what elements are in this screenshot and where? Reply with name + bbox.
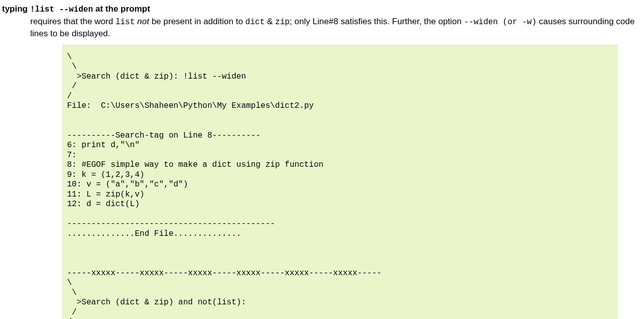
- desc-amp: &: [265, 17, 275, 26]
- heading-prefix: typing: [2, 4, 30, 14]
- desc-not: not: [135, 17, 149, 26]
- heading-command: !list --widen: [30, 5, 93, 14]
- desc-text-1: requires that the word: [30, 17, 115, 26]
- description-paragraph: requires that the word list not be prese…: [30, 16, 640, 40]
- heading-suffix: at the prompt: [93, 4, 150, 14]
- desc-code-list: list: [115, 18, 135, 27]
- section-heading: typing !list --widen at the prompt: [2, 4, 642, 14]
- desc-code-zip: zip: [275, 18, 290, 27]
- desc-text-3: ; only Line#8 satisfies this. Further, t…: [290, 17, 464, 26]
- desc-text-2: be present in addition to: [149, 17, 245, 26]
- desc-code-dict: dict: [245, 18, 265, 27]
- terminal-output: \ \ >Search (dict & zip): !list --widen …: [62, 45, 618, 319]
- desc-code-widen: --widen (or -w): [464, 18, 537, 27]
